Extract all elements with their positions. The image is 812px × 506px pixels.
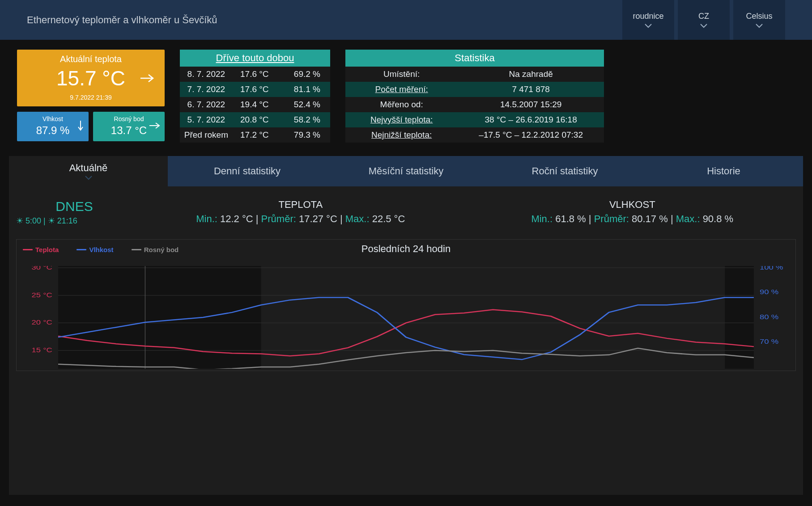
dewpoint-card[interactable]: Rosný bod 13.7 °C	[93, 112, 165, 141]
svg-text:80 %: 80 %	[760, 313, 778, 320]
tab-label: Historie	[707, 165, 740, 177]
chart-title: Posledních 24 hodin	[361, 243, 451, 255]
hum-summary-line: Min.: 61.8 % | Průměr: 80.17 % | Max.: 9…	[469, 213, 796, 225]
svg-text:15 °C: 15 °C	[32, 346, 53, 353]
unit-dropdown[interactable]: Celsius	[733, 0, 785, 40]
sun-times: ☀ 5:00 | ☀ 21:16	[16, 216, 132, 226]
location-dropdown-label: roudnice	[633, 12, 663, 21]
stats-table: Statistika Umístění:Na zahraděPočet měře…	[345, 50, 604, 143]
history-row[interactable]: 8. 7. 202217.6 °C69.2 %	[180, 67, 330, 82]
svg-text:30 °C: 30 °C	[32, 266, 53, 271]
current-temp-label: Aktuální teplota	[17, 54, 165, 64]
current-temp-timestamp: 9.7.2022 21:39	[17, 94, 165, 101]
history-row[interactable]: Před rokem17.2 °C79.3 %	[180, 127, 330, 143]
tab-label: Denní statistiky	[214, 165, 281, 177]
chevron-down-icon	[645, 24, 652, 28]
humidity-card[interactable]: Vlhkost 87.9 %	[17, 112, 89, 141]
history-table-header[interactable]: Dříve touto dobou	[180, 50, 330, 67]
tab-mesicni[interactable]: Měsíční statistiky	[327, 156, 485, 186]
chevron-down-icon	[756, 24, 763, 28]
stats-table-header[interactable]: Statistika	[345, 50, 604, 67]
tab-label: Roční statistiky	[532, 165, 598, 177]
tab-rocni[interactable]: Roční statistiky	[485, 156, 644, 186]
history-row[interactable]: 6. 7. 202219.4 °C52.4 %	[180, 97, 330, 112]
stats-row: Měřeno od:14.5.2007 15:29	[345, 97, 604, 112]
legend-hum[interactable]: Vlhkost	[77, 246, 121, 253]
chart-legend: Teplota Vlhkost Rosný bod	[23, 244, 195, 253]
trend-arrow-right-icon	[140, 73, 155, 85]
temp-summary-line: Min.: 12.2 °C | Průměr: 17.27 °C | Max.:…	[137, 213, 464, 225]
tab-label: Aktuálně	[69, 162, 108, 174]
svg-rect-1	[725, 266, 754, 369]
sunrise-icon: ☀	[16, 216, 23, 225]
svg-text:20 °C: 20 °C	[32, 319, 53, 326]
chart-svg: 30 °C25 °C20 °C15 °C100 %90 %80 %70 %	[23, 266, 789, 369]
hum-summary-title: VLHKOST	[469, 199, 796, 211]
top-section: Aktuální teplota 15.7 °C 9.7.2022 21:39 …	[0, 40, 812, 148]
today-label: DNES	[16, 199, 132, 214]
tabs: Aktuálně Denní statistiky Měsíční statis…	[9, 156, 803, 186]
chevron-down-icon	[700, 24, 707, 28]
sunset-time: 21:16	[57, 216, 77, 225]
history-row[interactable]: 5. 7. 202220.8 °C58.2 %	[180, 112, 330, 127]
history-row[interactable]: 7. 7. 202217.6 °C81.1 %	[180, 82, 330, 97]
tab-label: Měsíční statistiky	[369, 165, 443, 177]
unit-dropdown-label: Celsius	[746, 12, 772, 21]
tab-historie[interactable]: Historie	[644, 156, 803, 186]
sunrise-time: 5:00	[26, 216, 41, 225]
language-dropdown[interactable]: CZ	[678, 0, 730, 40]
page-title: Ethernetový teploměr a vlhkoměr u Ševčík…	[27, 14, 217, 26]
stats-row: Umístění:Na zahradě	[345, 67, 604, 82]
chevron-down-icon	[85, 176, 92, 180]
language-dropdown-label: CZ	[698, 12, 709, 21]
current-temp-card[interactable]: Aktuální teplota 15.7 °C 9.7.2022 21:39	[17, 50, 165, 106]
svg-text:90 %: 90 %	[760, 289, 778, 295]
svg-text:70 %: 70 %	[760, 338, 778, 345]
panel-content: DNES ☀ 5:00 | ☀ 21:16 TEPLOTA Min.: 12.2…	[9, 186, 803, 495]
temp-summary-title: TEPLOTA	[137, 199, 464, 211]
chart-last24h: Teplota Vlhkost Rosný bod Posledních 24 …	[16, 239, 796, 371]
stats-row[interactable]: Nejvyšší teplota:38 °C – 26.6.2019 16:18	[345, 112, 604, 127]
svg-text:100 %: 100 %	[760, 266, 783, 271]
tab-aktualne[interactable]: Aktuálně	[9, 156, 168, 186]
stats-row[interactable]: Nejnižší teplota:–17.5 °C – 12.2.2012 07…	[345, 127, 604, 143]
svg-text:25 °C: 25 °C	[32, 291, 53, 298]
header-bar: Ethernetový teploměr a vlhkoměr u Ševčík…	[0, 0, 812, 40]
temp-summary: TEPLOTA Min.: 12.2 °C | Průměr: 17.27 °C…	[137, 199, 464, 225]
hum-summary: VLHKOST Min.: 61.8 % | Průměr: 80.17 % |…	[469, 199, 796, 225]
trend-arrow-down-icon	[77, 120, 84, 133]
trend-arrow-right-icon	[149, 122, 160, 131]
location-dropdown[interactable]: roudnice	[622, 0, 674, 40]
tab-denni[interactable]: Denní statistiky	[168, 156, 327, 186]
legend-dew[interactable]: Rosný bod	[132, 246, 187, 253]
legend-temp[interactable]: Teplota	[23, 246, 67, 253]
sunset-icon: ☀	[48, 216, 55, 225]
stats-row[interactable]: Počet měření:7 471 878	[345, 82, 604, 97]
history-table: Dříve touto dobou 8. 7. 202217.6 °C69.2 …	[180, 50, 330, 143]
